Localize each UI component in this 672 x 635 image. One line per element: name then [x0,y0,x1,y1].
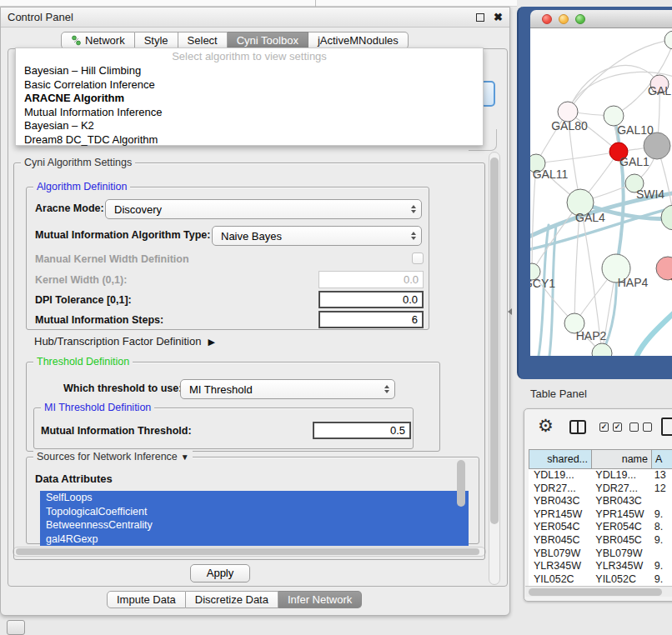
top-window-edge [0,0,517,7]
hub-transcription-factor-section[interactable]: Hub/Transcription Factor Definition▶ [34,335,215,348]
network-canvas[interactable]: GALGAL80GAL10GAL1GAL11SWI4GAL4GCY1HAP4YH… [530,28,672,356]
algorithm-option[interactable]: Bayesian – Hill Climbing [16,64,483,78]
table-row[interactable]: YBL079WYBL079W [529,548,672,561]
network-view-window: GALGAL80GAL10GAL1GAL11SWI4GAL4GCY1HAP4YH… [517,7,672,379]
algorithm-dropdown-placeholder: Select algorithm to view settings [16,48,483,64]
tab-style[interactable]: Style [135,32,178,49]
tab-impute-data[interactable]: Impute Data [107,591,186,608]
network-node-label: HAP4 [618,276,649,289]
kernel-width-label: Kernel Width (0,1): [35,274,127,286]
settings-gear-icon[interactable]: ⚙ [538,417,554,434]
table-cell: YDL19... [529,469,590,482]
tab-jactivemnodules[interactable]: jActiveMNodules [308,32,409,49]
network-node-label: GAL80 [551,119,588,132]
manual-kernel-width-label: Manual Kernel Width Definition [35,253,189,265]
network-node[interactable] [664,31,672,49]
column-layout-icon[interactable] [569,420,586,434]
aracne-mode-select[interactable]: Discovery [105,199,422,219]
network-edge[interactable] [636,310,672,356]
collapse-down-icon[interactable]: ▼ [181,452,189,462]
algorithm-dropdown-popup: Select algorithm to view settings Bayesi… [15,48,484,146]
tab-cyni-toolbox[interactable]: Cyni Toolbox [228,32,308,49]
dpi-tolerance-field[interactable]: 0.0 [318,291,424,308]
tab-network[interactable]: Network [61,32,135,49]
table-column-header[interactable]: A [652,449,672,469]
which-threshold-select[interactable]: MI Threshold [180,379,395,399]
tab-label: jActiveMNodules [318,32,399,48]
table-column-header[interactable]: name [592,449,652,469]
hub-transcription-factor-label: Hub/Transcription Factor Definition [34,335,201,348]
close-window-icon[interactable] [542,14,552,24]
split-pane-collapse-icon[interactable] [508,308,512,315]
network-edge[interactable] [536,152,619,163]
algorithm-option[interactable]: ARACNE Algorithm [16,92,483,106]
deselect-checks-icon[interactable] [629,422,652,432]
table-column-header[interactable]: shared... [529,449,592,469]
network-graph[interactable]: GALGAL80GAL10GAL1GAL11SWI4GAL4GCY1HAP4YH… [530,28,672,356]
table-cell [649,548,672,561]
data-attribute-item[interactable]: TopologicalCoefficient [40,505,469,519]
threshold-definition-group: Threshold Definition Which threshold to … [26,362,440,452]
mi-algorithm-type-value: Naive Bayes [221,230,411,242]
table-scrollbar-thumb[interactable] [529,588,662,596]
network-node-label: HAP2 [576,329,607,342]
tab-label: Cyni Toolbox [237,32,298,48]
control-panel-content: Select algorithm to view settings Bayesi… [8,48,508,587]
minimized-panel-button[interactable] [7,620,25,635]
algorithm-definition-title: Algorithm Definition [33,181,130,192]
table-horizontal-scrollbar[interactable] [525,586,672,597]
network-node-label: GCY1 [530,277,555,290]
minimize-window-icon[interactable] [559,14,569,24]
combo-arrows-icon [411,205,416,213]
tab-select[interactable]: Select [178,32,228,49]
table-cell: YBL079W [529,548,590,561]
data-attribute-item[interactable]: gal4RGexp [40,532,469,547]
mi-threshold-field[interactable]: 0.5 [313,422,411,439]
document-icon[interactable] [661,418,672,436]
algorithm-option[interactable]: Basic Correlation Inference [16,78,483,92]
data-attribute-item[interactable]: SelfLoops [40,491,469,505]
aracne-mode-value: Discovery [114,203,411,216]
table-cell: YBR045C [590,534,649,548]
mi-algorithm-type-select[interactable]: Naive Bayes [212,226,422,246]
network-icon [71,35,82,46]
sources-title[interactable]: Sources for Network Inference▼ [33,451,193,462]
settings-vertical-scrollbar[interactable] [489,152,500,585]
control-panel-title: Control Panel [8,11,73,23]
vertical-scrollbar-thumb[interactable] [490,158,499,524]
tab-infer-network[interactable]: Infer Network [278,591,362,608]
apply-button[interactable]: Apply [190,564,250,582]
table-row[interactable]: YIL052CYIL052C9. [529,573,672,586]
table-row[interactable]: YDR27...YDR27...12 [529,482,672,496]
network-node[interactable] [592,343,612,356]
table-row[interactable]: YBR043CYBR043C [529,495,672,508]
table-row[interactable]: YPR145WYPR145W9. [529,508,672,522]
network-window-titlebar[interactable] [530,10,672,28]
network-node[interactable] [661,205,672,230]
which-threshold-label: Which threshold to use: [63,382,182,394]
table-row[interactable]: YLR345WYLR345W9. [529,560,672,573]
tab-discretize-data[interactable]: Discretize Data [186,591,278,608]
table-row[interactable]: YDL19...YDL19...13 [529,469,672,482]
algorithm-option[interactable]: Bayesian – K2 [16,119,483,133]
mi-steps-field[interactable]: 6 [318,311,424,328]
expand-right-icon[interactable]: ▶ [208,337,214,348]
kernel-width-field[interactable]: 0.0 [318,271,424,288]
manual-kernel-width-checkbox[interactable] [412,252,424,264]
close-panel-icon[interactable]: ✖ [494,13,503,22]
network-node-label: GAL1 [619,155,649,168]
data-attribute-item[interactable]: BetweennessCentrality [40,518,469,532]
algorithm-option[interactable]: Mutual Information Inference [16,106,483,120]
attribute-list-scrollbar-thumb[interactable] [457,460,465,507]
table-row[interactable]: YER054CYER054C8. [529,521,672,534]
table-row[interactable]: YBR045CYBR045C9. [529,534,672,548]
network-edge[interactable] [614,116,624,268]
algorithm-option[interactable]: Dream8 DC_TDC Algorithm [16,133,483,148]
zoom-window-icon[interactable] [575,14,585,24]
network-node-label: SWI4 [636,188,664,201]
control-panel-window: Control Panel ✖ NetworkStyleSelectCyni T… [0,7,510,616]
select-all-checks-icon[interactable]: ✓✓ [599,422,622,432]
table-cell: 9. [649,508,672,522]
cyni-algorithm-settings-group: Cyni Algorithm Settings Algorithm Defini… [13,162,485,560]
float-panel-icon[interactable] [476,13,484,22]
